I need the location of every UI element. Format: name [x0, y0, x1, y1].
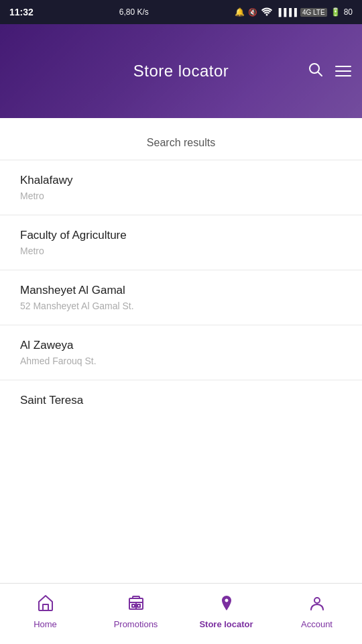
bottom-nav: Home Promotions Store locator: [0, 583, 362, 644]
store-name-4: Saint Teresa: [20, 394, 342, 407]
wifi-icon: [261, 7, 273, 18]
nav-promotions-label: Promotions: [114, 619, 158, 629]
search-icon[interactable]: [307, 61, 323, 81]
store-name-1: Faculty of Agriculture: [20, 229, 342, 242]
store-address-1: Metro: [20, 246, 342, 256]
svg-line-1: [318, 72, 322, 76]
promotions-icon: [127, 594, 145, 615]
status-bar: 11:32 6,80 K/s 🔔 🔇 ▐▐▐▐ 4G LTE 🔋 80: [0, 0, 362, 24]
store-item-3[interactable]: Al Zaweya Ahmed Farouq St.: [0, 325, 362, 380]
svg-rect-6: [137, 604, 140, 607]
status-network: 6,80 K/s: [119, 7, 149, 17]
nav-account-label: Account: [301, 619, 333, 629]
status-time: 11:32: [9, 7, 34, 17]
nav-store-locator[interactable]: Store locator: [181, 584, 272, 644]
nav-home[interactable]: Home: [0, 584, 90, 644]
store-name-0: Khalafawy: [20, 174, 342, 187]
menu-icon[interactable]: [335, 66, 351, 76]
store-name-2: Mansheyet Al Gamal: [20, 284, 342, 297]
nav-home-label: Home: [34, 619, 57, 629]
mute-icon: 🔇: [248, 8, 257, 17]
store-item-2[interactable]: Mansheyet Al Gamal 52 Mansheyet Al Gamal…: [0, 270, 362, 325]
svg-point-0: [310, 64, 319, 73]
store-item-0[interactable]: Khalafawy Metro: [0, 160, 362, 215]
store-locator-icon: [217, 594, 236, 615]
store-address-0: Metro: [20, 191, 342, 201]
status-icons: 🔔 🔇 ▐▐▐▐ 4G LTE 🔋 80: [235, 7, 353, 18]
store-item-1[interactable]: Faculty of Agriculture Metro: [0, 215, 362, 270]
account-icon: [308, 594, 326, 615]
nav-store-locator-label: Store locator: [199, 619, 253, 629]
svg-point-7: [314, 598, 320, 603]
store-name-3: Al Zaweya: [20, 339, 342, 352]
battery-level: 80: [344, 7, 353, 17]
search-results-heading: Search results: [0, 118, 362, 160]
page-title: Store locator: [133, 62, 229, 80]
alarm-icon: 🔔: [235, 7, 245, 17]
signal-icon: ▐▐▐▐: [276, 8, 297, 16]
store-list: Khalafawy Metro Faculty of Agriculture M…: [0, 160, 362, 424]
lte-icon: 4G LTE: [300, 8, 327, 17]
battery-icon: 🔋: [330, 7, 341, 17]
header: Store locator: [0, 24, 362, 118]
svg-rect-5: [132, 604, 135, 607]
store-item-4[interactable]: Saint Teresa: [0, 380, 362, 424]
store-address-3: Ahmed Farouq St.: [20, 356, 342, 366]
nav-promotions[interactable]: Promotions: [90, 584, 181, 644]
nav-account[interactable]: Account: [272, 584, 362, 644]
home-icon: [36, 594, 55, 615]
store-address-2: 52 Mansheyet Al Gamal St.: [20, 301, 342, 311]
